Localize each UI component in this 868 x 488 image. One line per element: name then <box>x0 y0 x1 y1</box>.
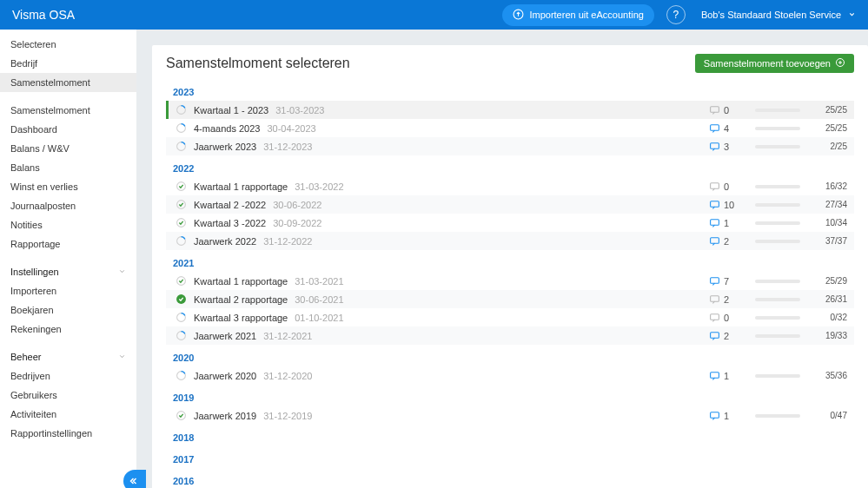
progress-ratio: 27/34 <box>812 200 847 209</box>
moment-row[interactable]: Kwartaal 1 rapportage31-03-2022016/32 <box>166 177 854 195</box>
comment-icon[interactable] <box>709 312 720 323</box>
comment-icon[interactable] <box>709 199 720 210</box>
import-label: Importeren uit eAccounting <box>529 10 643 20</box>
moment-row[interactable]: Kwartaal 2 rapportage30-06-2021226/31 <box>166 290 854 308</box>
sidebar-item-g2-0[interactable]: Samenstelmoment <box>0 101 136 120</box>
sidebar-item-0[interactable]: Selecteren <box>0 35 136 54</box>
progress-bar <box>755 280 800 283</box>
status-icon <box>176 330 187 341</box>
comment-icon[interactable] <box>709 330 720 341</box>
year-header[interactable]: 2016 <box>166 471 854 488</box>
sidebar-item-g2-5[interactable]: Journaalposten <box>0 196 136 215</box>
moment-date: 31-12-2022 <box>263 236 312 247</box>
moment-row[interactable]: 4-maands 202330-04-2023425/25 <box>166 119 854 137</box>
moment-row[interactable]: Jaarwerk 201931-12-201910/47 <box>166 406 854 425</box>
comment-icon[interactable] <box>709 293 720 305</box>
company-selector[interactable]: Bob's Standaard Stoelen Service <box>701 10 856 20</box>
svg-rect-27 <box>711 412 719 419</box>
sidebar-item-2[interactable]: Samenstelmoment <box>0 73 136 92</box>
svg-rect-11 <box>711 201 719 208</box>
comment-icon[interactable] <box>709 181 720 192</box>
add-moment-button[interactable]: Samenstelmoment toevoegen <box>695 54 854 73</box>
moment-row[interactable]: Kwartaal 1 rapportage31-03-2021725/29 <box>166 272 854 290</box>
svg-rect-5 <box>711 125 719 131</box>
year-header[interactable]: 2019 <box>166 387 854 406</box>
sidebar-item-g3-1[interactable]: Boekjaren <box>0 300 136 320</box>
moment-row[interactable]: Jaarwerk 202331-12-202332/25 <box>166 137 854 155</box>
progress-bar <box>755 127 800 130</box>
sidebar-item-g4-0[interactable]: Bedrijven <box>0 366 136 386</box>
status-icon <box>176 275 187 287</box>
svg-rect-23 <box>711 333 719 339</box>
sidebar-item-g3-0[interactable]: Importeren <box>0 281 136 300</box>
moment-row[interactable]: Kwartaal 3 rapportage01-10-202100/32 <box>166 308 854 326</box>
moment-name: Jaarwerk 2019 <box>194 411 256 421</box>
sidebar-item-g4-2[interactable]: Activiteiten <box>0 405 136 424</box>
comment-count: 0 <box>724 181 739 192</box>
moment-row[interactable]: Jaarwerk 202231-12-2022237/37 <box>166 232 854 250</box>
moment-date: 30-04-2023 <box>267 123 315 134</box>
comment-count: 4 <box>724 123 739 134</box>
progress-ratio: 10/34 <box>812 218 847 228</box>
year-header[interactable]: 2023 <box>166 82 854 101</box>
progress-ratio: 19/33 <box>812 331 847 340</box>
svg-rect-15 <box>711 238 719 244</box>
sidebar-item-g2-4[interactable]: Winst en verlies <box>0 177 136 196</box>
year-header[interactable]: 2018 <box>166 427 854 446</box>
sidebar-item-g2-1[interactable]: Dashboard <box>0 120 136 139</box>
chevron-down-icon <box>848 10 856 20</box>
status-icon <box>176 217 187 228</box>
moment-name: Kwartaal 3 -2022 <box>194 218 266 228</box>
moment-row[interactable]: Kwartaal 3 -202230-09-2022110/34 <box>166 214 854 232</box>
moment-name: Jaarwerk 2021 <box>194 331 256 341</box>
progress-bar <box>755 414 800 418</box>
moment-name: 4-maands 2023 <box>194 123 260 134</box>
sidebar: SelecterenBedrijfSamenstelmoment Samenst… <box>0 30 136 488</box>
year-header[interactable]: 2020 <box>166 347 854 366</box>
import-button[interactable]: Importeren uit eAccounting <box>502 4 653 26</box>
year-header[interactable]: 2021 <box>166 253 854 272</box>
page-title: Samenstelmoment selecteren <box>166 56 350 71</box>
comment-icon[interactable] <box>709 370 720 381</box>
progress-ratio: 25/29 <box>812 276 847 286</box>
progress-ratio: 37/37 <box>812 236 847 246</box>
sidebar-item-g3-2[interactable]: Rekeningen <box>0 320 136 339</box>
moment-row[interactable]: Kwartaal 2 -202230-06-20221027/34 <box>166 195 854 214</box>
help-icon[interactable]: ? <box>666 5 686 24</box>
sidebar-head-beheer[interactable]: Beheer <box>0 347 136 366</box>
comment-count: 0 <box>724 313 739 323</box>
sidebar-head-instellingen[interactable]: Instellingen <box>0 262 136 281</box>
year-header[interactable]: 2017 <box>166 449 854 468</box>
sidebar-item-g4-1[interactable]: Gebruikers <box>0 386 136 405</box>
status-icon <box>176 104 187 115</box>
collapse-sidebar-button[interactable] <box>123 470 146 488</box>
status-icon <box>176 370 187 381</box>
comment-icon[interactable] <box>709 104 720 115</box>
moment-date: 31-03-2022 <box>295 181 343 192</box>
comment-icon[interactable] <box>709 235 720 247</box>
moment-row[interactable]: Kwartaal 1 - 202331-03-2023025/25 <box>166 101 854 119</box>
sidebar-item-g2-6[interactable]: Notities <box>0 215 136 234</box>
moment-name: Kwartaal 1 rapportage <box>194 276 288 287</box>
status-icon <box>176 181 187 192</box>
status-icon <box>176 199 187 210</box>
progress-bar <box>755 185 800 188</box>
moment-row[interactable]: Jaarwerk 202131-12-2021219/33 <box>166 326 854 345</box>
sidebar-item-1[interactable]: Bedrijf <box>0 54 136 73</box>
sidebar-item-g2-3[interactable]: Balans <box>0 158 136 177</box>
comment-icon[interactable] <box>709 217 720 228</box>
year-header[interactable]: 2022 <box>166 158 854 177</box>
add-moment-label: Samenstelmoment toevoegen <box>704 58 831 69</box>
sidebar-item-g4-3[interactable]: Rapportinstellingen <box>0 424 136 443</box>
svg-rect-3 <box>711 107 719 112</box>
sidebar-item-g2-7[interactable]: Rapportage <box>0 234 136 254</box>
comment-icon[interactable] <box>709 410 720 421</box>
progress-bar <box>755 145 800 148</box>
comment-icon[interactable] <box>709 275 720 287</box>
sidebar-item-g2-2[interactable]: Balans / W&V <box>0 139 136 158</box>
comment-count: 1 <box>724 218 739 228</box>
comment-icon[interactable] <box>709 122 720 134</box>
moment-row[interactable]: Jaarwerk 202031-12-2020135/36 <box>166 366 854 385</box>
plus-circle-icon <box>835 57 845 69</box>
comment-icon[interactable] <box>709 141 720 152</box>
